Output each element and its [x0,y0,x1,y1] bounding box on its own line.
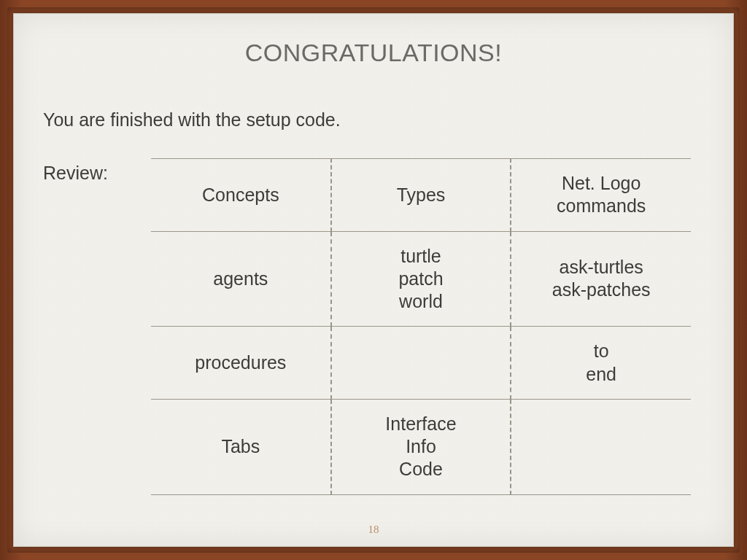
slide-paper: CONGRATULATIONS! You are finished with t… [13,13,734,547]
table-cell: ask-turtlesask-patches [511,231,691,327]
table-cell [331,327,511,400]
table-row: agents turtlepatchworld ask-turtlesask-p… [151,231,691,327]
table-header-types: Types [331,159,511,232]
slide-title: CONGRATULATIONS! [43,39,704,67]
review-label: Review: [43,158,131,184]
table-cell: InterfaceInfoCode [331,399,511,494]
slide-subtitle: You are finished with the setup code. [43,109,704,131]
table-cell: Tabs [151,399,331,494]
table-cell: agents [151,231,331,327]
table-header-commands: Net. Logocommands [511,159,691,232]
slide-frame: CONGRATULATIONS! You are finished with t… [7,7,740,553]
table-row: Concepts Types Net. Logocommands [151,159,691,232]
table-cell: toend [511,327,691,400]
table-cell: turtlepatchworld [331,231,511,327]
table-header-concepts: Concepts [151,159,331,232]
page-number: 18 [14,524,733,536]
review-table: Concepts Types Net. Logocommands agents … [151,158,691,495]
table-row: procedures toend [151,327,691,400]
table-row: Tabs InterfaceInfoCode [151,399,691,494]
review-section: Review: Concepts Types Net. Logocommands… [43,158,704,495]
table-cell [511,399,691,494]
table-cell: procedures [151,327,331,400]
